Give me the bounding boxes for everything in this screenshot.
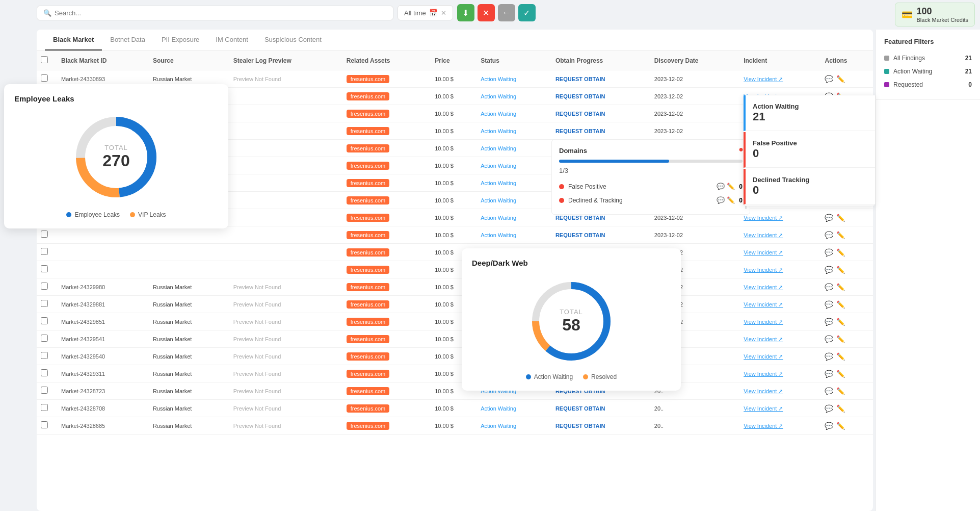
row-incident[interactable]: View Incident ↗ bbox=[739, 244, 820, 261]
incident-link[interactable]: View Incident ↗ bbox=[744, 232, 783, 238]
row-obtain[interactable]: REQUEST OBTAIN bbox=[551, 226, 650, 244]
domain-edit-icon[interactable]: ✏️ bbox=[727, 196, 735, 204]
obtain-button[interactable]: REQUEST OBTAIN bbox=[555, 405, 605, 412]
incident-link[interactable]: View Incident ↗ bbox=[744, 353, 783, 360]
asset-tag[interactable]: fresenius.com bbox=[347, 110, 389, 118]
tab-pii-exposure[interactable]: PII Exposure bbox=[153, 30, 207, 50]
search-input[interactable] bbox=[55, 9, 387, 17]
check-icon[interactable]: ✏️ bbox=[836, 266, 845, 274]
asset-tag[interactable]: fresenius.com bbox=[347, 127, 389, 135]
row-obtain[interactable]: REQUEST OBTAIN bbox=[551, 417, 650, 435]
asset-tag[interactable]: fresenius.com bbox=[347, 266, 389, 274]
row-incident[interactable]: View Incident ↗ bbox=[739, 261, 820, 278]
side-card-false-positive[interactable]: False Positive 0 bbox=[744, 132, 875, 168]
obtain-button[interactable]: REQUEST OBTAIN bbox=[555, 423, 605, 429]
asset-tag[interactable]: fresenius.com bbox=[347, 300, 389, 309]
comment-icon[interactable]: 💬 bbox=[825, 404, 833, 413]
incident-link[interactable]: View Incident ↗ bbox=[744, 319, 783, 325]
incident-link[interactable]: View Incident ↗ bbox=[744, 405, 783, 412]
incident-link[interactable]: View Incident ↗ bbox=[744, 284, 783, 290]
row-checkbox[interactable] bbox=[41, 248, 48, 255]
row-checkbox[interactable] bbox=[41, 387, 48, 394]
incident-link[interactable]: View Incident ↗ bbox=[744, 336, 783, 342]
domain-edit-icon[interactable]: ✏️ bbox=[727, 183, 735, 190]
side-card-action-waiting[interactable]: Action Waiting 21 bbox=[744, 95, 875, 131]
row-checkbox[interactable] bbox=[41, 404, 48, 411]
row-incident[interactable]: View Incident ↗ bbox=[739, 330, 820, 348]
comment-icon[interactable]: 💬 bbox=[825, 266, 833, 274]
download-button[interactable]: ⬇ bbox=[457, 4, 474, 21]
row-checkbox[interactable] bbox=[41, 231, 48, 238]
obtain-button[interactable]: REQUEST OBTAIN bbox=[555, 232, 605, 238]
tab-im-content[interactable]: IM Content bbox=[207, 30, 256, 50]
row-incident[interactable]: View Incident ↗ bbox=[739, 70, 820, 88]
domain-comment-icon[interactable]: 💬 bbox=[717, 183, 725, 190]
row-incident[interactable]: View Incident ↗ bbox=[739, 417, 820, 435]
comment-icon[interactable]: 💬 bbox=[825, 352, 833, 361]
row-checkbox[interactable] bbox=[41, 74, 48, 82]
obtain-button[interactable]: REQUEST OBTAIN bbox=[555, 111, 605, 117]
back-button[interactable]: ← bbox=[498, 4, 515, 21]
search-box[interactable]: 🔍 bbox=[37, 6, 393, 20]
asset-tag[interactable]: fresenius.com bbox=[347, 92, 389, 100]
domain-filter-item[interactable]: Declined & Tracking 💬 ✏️ 0 bbox=[559, 193, 743, 207]
check-icon[interactable]: ✏️ bbox=[836, 214, 845, 222]
check-icon[interactable]: ✏️ bbox=[836, 231, 845, 239]
check-icon[interactable]: ✏️ bbox=[836, 352, 845, 361]
filter-item[interactable]: Action Waiting 21 bbox=[884, 65, 972, 78]
obtain-button[interactable]: REQUEST OBTAIN bbox=[555, 93, 605, 99]
check-icon[interactable]: ✏️ bbox=[836, 422, 845, 430]
row-obtain[interactable]: REQUEST OBTAIN bbox=[551, 400, 650, 417]
check-icon[interactable]: ✏️ bbox=[836, 404, 845, 413]
asset-tag[interactable]: fresenius.com bbox=[347, 370, 389, 378]
asset-tag[interactable]: fresenius.com bbox=[347, 422, 389, 430]
incident-link[interactable]: View Incident ↗ bbox=[744, 388, 783, 394]
row-incident[interactable]: View Incident ↗ bbox=[739, 382, 820, 400]
incident-link[interactable]: View Incident ↗ bbox=[744, 76, 783, 82]
row-incident[interactable]: View Incident ↗ bbox=[739, 400, 820, 417]
delete-button[interactable]: ✕ bbox=[478, 4, 495, 21]
row-incident[interactable]: View Incident ↗ bbox=[739, 365, 820, 382]
comment-icon[interactable]: 💬 bbox=[825, 300, 833, 309]
incident-link[interactable]: View Incident ↗ bbox=[744, 423, 783, 429]
check-icon[interactable]: ✏️ bbox=[836, 335, 845, 343]
comment-icon[interactable]: 💬 bbox=[825, 248, 833, 257]
time-filter[interactable]: All time 📅 ✕ bbox=[398, 5, 453, 20]
incident-link[interactable]: View Incident ↗ bbox=[744, 215, 783, 221]
domain-comment-icon[interactable]: 💬 bbox=[717, 196, 725, 204]
row-incident[interactable]: View Incident ↗ bbox=[739, 209, 820, 226]
incident-link[interactable]: View Incident ↗ bbox=[744, 267, 783, 273]
obtain-button[interactable]: REQUEST OBTAIN bbox=[555, 128, 605, 134]
row-obtain[interactable]: REQUEST OBTAIN bbox=[551, 70, 650, 88]
close-icon[interactable]: ✕ bbox=[441, 9, 446, 17]
asset-tag[interactable]: fresenius.com bbox=[347, 196, 389, 205]
domain-filter-item[interactable]: False Positive 💬 ✏️ 0 bbox=[559, 180, 743, 193]
obtain-button[interactable]: REQUEST OBTAIN bbox=[555, 215, 605, 221]
row-incident[interactable]: View Incident ↗ bbox=[739, 348, 820, 365]
row-incident[interactable]: View Incident ↗ bbox=[739, 278, 820, 296]
tab-botnet-data[interactable]: Botnet Data bbox=[102, 30, 153, 50]
asset-tag[interactable]: fresenius.com bbox=[347, 162, 389, 170]
asset-tag[interactable]: fresenius.com bbox=[347, 404, 389, 413]
comment-icon[interactable]: 💬 bbox=[825, 231, 833, 239]
asset-tag[interactable]: fresenius.com bbox=[347, 144, 389, 152]
asset-tag[interactable]: fresenius.com bbox=[347, 352, 389, 361]
comment-icon[interactable]: 💬 bbox=[825, 387, 833, 395]
comment-icon[interactable]: 💬 bbox=[825, 214, 833, 222]
obtain-button[interactable]: REQUEST OBTAIN bbox=[555, 76, 605, 82]
side-card-declined[interactable]: Declined Tracking 0 bbox=[744, 169, 875, 205]
row-checkbox[interactable] bbox=[41, 283, 48, 290]
comment-icon[interactable]: 💬 bbox=[825, 75, 833, 83]
row-incident[interactable]: View Incident ↗ bbox=[739, 313, 820, 330]
asset-tag[interactable]: fresenius.com bbox=[347, 179, 389, 187]
row-incident[interactable]: View Incident ↗ bbox=[739, 226, 820, 244]
check-icon[interactable]: ✏️ bbox=[836, 75, 845, 83]
comment-icon[interactable]: 💬 bbox=[825, 422, 833, 430]
comment-icon[interactable]: 💬 bbox=[825, 318, 833, 326]
row-checkbox[interactable] bbox=[41, 421, 48, 428]
comment-icon[interactable]: 💬 bbox=[825, 370, 833, 378]
asset-tag[interactable]: fresenius.com bbox=[347, 214, 389, 222]
row-obtain[interactable]: REQUEST OBTAIN bbox=[551, 105, 650, 122]
row-checkbox[interactable] bbox=[41, 335, 48, 342]
row-obtain[interactable]: REQUEST OBTAIN bbox=[551, 88, 650, 105]
